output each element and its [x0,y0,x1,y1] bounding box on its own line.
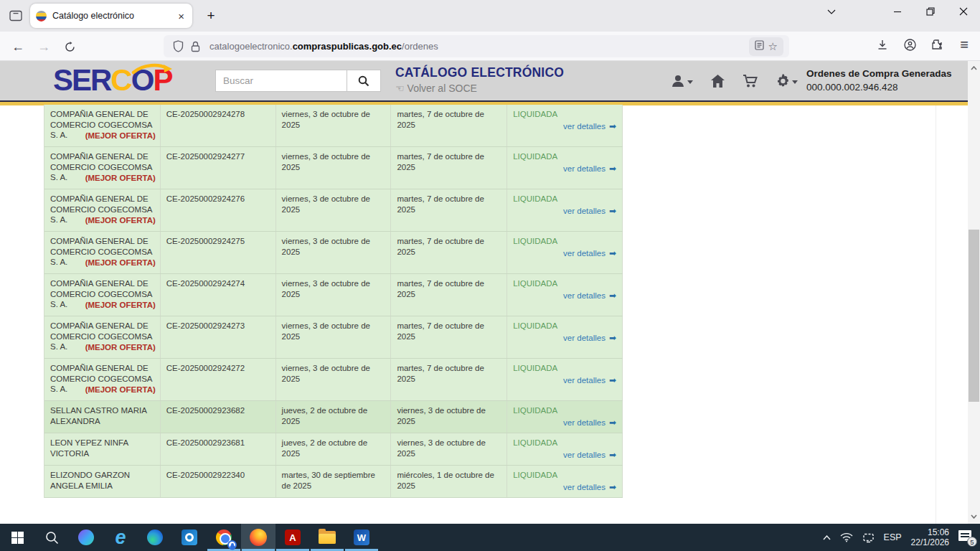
ver-detalles-link[interactable]: ver detalles➡ [563,450,616,461]
generated-date-cell: viernes, 3 de octubre de 2025 [276,105,392,146]
taskbar-chrome-button[interactable] [207,524,241,551]
wifi-icon[interactable] [840,532,853,542]
ver-detalles-link[interactable]: ver detalles➡ [563,206,616,217]
status-cell: LIQUIDADAver detalles➡ [507,316,623,358]
connect-display-icon[interactable] [862,532,875,543]
notifications-button[interactable]: 5 [958,529,976,545]
chrome-profile-badge [227,540,237,550]
clock[interactable]: 15:06 22/1/2026 [911,527,949,547]
forward-button: → [33,36,55,57]
browser-titlebar: Catálogo electrónico × + [0,0,980,32]
language-indicator[interactable]: ESP [884,532,902,542]
status-label: LIQUIDADA [513,363,616,374]
cart-icon [743,74,758,88]
taskbar-copilot-button[interactable] [69,524,103,551]
tray-chevron-up-icon[interactable] [823,535,831,540]
taskbar-acrobat-button[interactable]: A [275,524,310,551]
windows-logo-icon [11,532,24,544]
close-window-button[interactable] [947,0,980,23]
minimize-button[interactable] [881,0,914,23]
ver-detalles-link[interactable]: ver detalles➡ [563,333,616,344]
sercop-logo[interactable]: SERCOP [53,62,171,98]
liquidated-date-cell: martes, 7 de octubre de 2025 [391,274,507,316]
ver-detalles-label: ver detalles [563,375,606,386]
volver-al-soce-link[interactable]: ☜ Volver al SOCE [395,83,477,94]
taskbar-search-button[interactable] [34,524,69,551]
browser-tab[interactable]: Catálogo electrónico × [30,4,192,28]
search-button[interactable] [347,70,381,92]
reload-button[interactable] [59,36,80,57]
arrow-right-icon: ➡ [609,207,616,215]
status-cell: LIQUIDADAver detalles➡ [507,433,623,465]
ver-detalles-link[interactable]: ver detalles➡ [563,164,616,174]
best-offer-badge: (MEJOR OFERTA) [85,385,156,395]
taskbar-explorer-button[interactable] [310,524,344,551]
ver-detalles-link[interactable]: ver detalles➡ [563,482,616,493]
generated-date-cell: jueves, 2 de octubre de 2025 [276,433,392,465]
liquidated-date-cell: miércoles, 1 de octubre de 2025 [391,466,507,497]
notification-badge: 5 [967,537,977,547]
taskbar-firefox-button[interactable] [241,524,275,551]
status-label: LIQUIDADA [513,194,616,204]
liquidated-date-cell: viernes, 3 de octubre de 2025 [391,401,507,433]
reader-view-icon[interactable] [755,40,764,53]
bookmark-star-icon[interactable]: ☆ [768,41,778,52]
ver-detalles-link[interactable]: ver detalles➡ [563,291,616,301]
ver-detalles-link[interactable]: ver detalles➡ [563,418,616,428]
taskbar-outlook-button[interactable] [172,524,207,551]
status-label: LIQUIDADA [513,236,616,247]
arrow-right-icon: ➡ [609,164,616,173]
scroll-down-icon[interactable] [968,511,980,522]
search-icon [358,75,369,87]
extensions-puzzle-icon[interactable] [928,36,946,53]
lock-icon[interactable] [191,41,200,52]
start-button[interactable] [0,524,34,551]
scrollbar-thumb[interactable] [969,230,979,402]
chevron-down-icon [687,80,693,84]
content-edge-line [936,105,936,524]
url-bar[interactable]: catalogoelectronico.compraspublicas.gob.… [164,35,789,57]
hand-back-icon: ☜ [395,83,405,94]
provider-cell: COMPAÑIA GENERAL DE COMERCIO COGECOMSA S… [44,316,161,358]
scroll-up-icon[interactable] [968,62,980,74]
generated-date-cell: viernes, 3 de octubre de 2025 [276,359,392,400]
ver-detalles-label: ver detalles [563,450,606,461]
browser-toolbar: ← → catalogoelectronico.compraspublicas.… [0,32,980,61]
ver-detalles-label: ver detalles [563,418,606,428]
taskbar-word-button[interactable]: W [344,524,379,551]
arrow-right-icon: ➡ [609,418,616,427]
page-scrollbar[interactable] [968,61,980,524]
tab-close-icon[interactable]: × [176,10,187,22]
status-label: LIQUIDADA [513,470,616,481]
ver-detalles-link[interactable]: ver detalles➡ [563,248,616,259]
best-offer-badge: (MEJOR OFERTA) [85,131,156,141]
table-row: COMPAÑIA GENERAL DE COMERCIO COGECOMSA S… [44,147,623,189]
table-row: COMPAÑIA GENERAL DE COMERCIO COGECOMSA S… [44,359,623,401]
cart-button[interactable] [743,74,758,88]
downloads-icon[interactable] [874,36,891,53]
status-cell: LIQUIDADAver detalles➡ [507,359,623,400]
menu-icon[interactable]: ≡ [956,36,973,53]
user-menu-button[interactable] [671,74,693,88]
restore-button[interactable] [914,0,947,23]
status-label: LIQUIDADA [513,151,616,162]
firefox-view-icon[interactable] [6,6,26,26]
tracking-shield-icon[interactable] [173,40,184,52]
account-icon[interactable] [901,36,918,53]
list-all-tabs-chevron-icon[interactable] [819,1,844,22]
settings-menu-button[interactable] [776,74,798,88]
new-tab-button[interactable]: + [201,6,221,26]
arrow-right-icon: ➡ [609,376,616,385]
home-button[interactable] [710,74,725,88]
taskbar-edge-button[interactable] [138,524,172,551]
order-code-cell: CE-20250002922340 [161,466,276,497]
ver-detalles-link[interactable]: ver detalles➡ [563,375,616,386]
provider-cell: COMPAÑIA GENERAL DE COMERCIO COGECOMSA S… [44,232,161,273]
ver-detalles-link[interactable]: ver detalles➡ [563,121,616,132]
status-cell: LIQUIDADAver detalles➡ [507,401,623,433]
back-button[interactable]: ← [7,36,29,57]
taskbar-ie-button[interactable]: e [103,524,138,551]
search-input[interactable] [215,70,347,92]
liquidated-date-cell: martes, 7 de octubre de 2025 [391,189,507,231]
table-row: COMPAÑIA GENERAL DE COMERCIO COGECOMSA S… [44,189,623,232]
